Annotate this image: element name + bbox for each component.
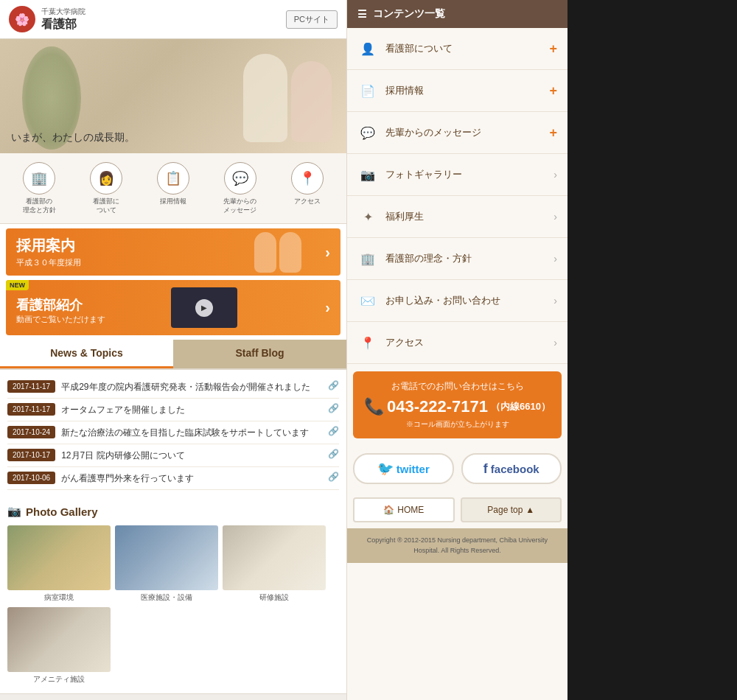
photo-grid: 病室環境 医療施設・設備 研修施設 アメニティ施設	[7, 525, 339, 685]
nav-item-message[interactable]: 💬 先輩からのメッセージ	[206, 162, 273, 214]
message-menu-arrow-icon: +	[549, 125, 557, 141]
copyright: Copyright ® 2012-2015 Nursing department…	[347, 528, 567, 563]
hero-tagline: いまが、わたしの成長期。	[11, 131, 135, 144]
recruitment-banner[interactable]: 採用案内 平成３０年度採用 ›	[6, 228, 340, 276]
photo-label-amenity: アメニティ施設	[33, 674, 85, 685]
twitter-button[interactable]: 🐦 twitter	[353, 453, 454, 484]
philosophy-menu-icon: 🏢	[357, 248, 378, 269]
logo-icon: 🌸	[9, 6, 35, 32]
photo-thumb-amenity	[7, 607, 111, 672]
news-date-4: 2017-10-17	[7, 449, 55, 461]
tab-staff-blog[interactable]: Staff Blog	[173, 340, 346, 368]
video-banner-title: 看護部紹介	[16, 296, 105, 314]
bottom-social: 🐦 ツイート 👍 いいね！10	[0, 693, 346, 700]
phone-ext: （内線6610）	[491, 400, 551, 413]
hero-image: いまが、わたしの成長期。	[0, 39, 346, 153]
contents-header: ☰ コンテンツ一覧	[347, 0, 567, 28]
contact-menu-icon: ✉️	[357, 290, 378, 311]
phone-number: 📞 043-222-7171 （内線6610）	[362, 397, 553, 416]
camera-icon: 📷	[7, 505, 21, 518]
news-item-3[interactable]: 2017-10-24 新たな治療法の確立を目指した臨床試験をサポートしています …	[7, 421, 339, 444]
photo-item-medical[interactable]: 医療施設・設備	[115, 525, 218, 603]
nav-item-philosophy[interactable]: 🏢 看護部の理念と方針	[6, 162, 73, 214]
recruitment-menu-label: 採用情報	[385, 84, 542, 97]
menu-item-photo[interactable]: 📷 フォトギャラリー ›	[347, 154, 567, 196]
philosophy-menu-label: 看護部の理念・方針	[385, 252, 546, 265]
arrow-up-icon: ▲	[525, 505, 534, 515]
phone-icon: 📞	[364, 397, 384, 416]
home-button[interactable]: 🏠 HOME	[353, 497, 455, 522]
phone-title: お電話でのお問い合わせはこちら	[362, 380, 553, 393]
access-icon: 📍	[291, 162, 324, 195]
pc-site-button[interactable]: PCサイト	[286, 10, 338, 29]
nav-icons-bar: 🏢 看護部の理念と方針 👩 看護部について 📋 採用情報 💬 先輩からのメッセー…	[0, 153, 346, 224]
access-menu-arrow-icon: ›	[553, 337, 557, 349]
menu-item-philosophy[interactable]: 🏢 看護部の理念・方針 ›	[347, 238, 567, 280]
news-text-5: がん看護専門外来を行っています	[61, 472, 322, 485]
message-label: 先輩からのメッセージ	[223, 197, 256, 214]
menu-item-contact[interactable]: ✉️ お申し込み・お問い合わせ ›	[347, 280, 567, 322]
news-link-icon-3: 🔗	[328, 426, 339, 436]
banner-arrow-icon: ›	[325, 244, 330, 261]
nav-item-recruitment[interactable]: 📋 採用情報	[140, 162, 207, 214]
access-label: アクセス	[294, 197, 321, 206]
photo-item-research[interactable]: 研修施設	[223, 525, 326, 603]
video-banner-sub: 動画でご覧いただけます	[16, 314, 105, 325]
play-button-icon: ▶	[195, 299, 213, 317]
photo-menu-arrow-icon: ›	[553, 169, 557, 181]
news-link-icon-5: 🔗	[328, 472, 339, 482]
news-link-icon-4: 🔗	[328, 449, 339, 459]
recruitment-label: 採用情報	[160, 197, 186, 206]
photo-label-research: 研修施設	[259, 592, 289, 603]
news-item-2[interactable]: 2017-11-17 オータムフェアを開催しました 🔗	[7, 399, 339, 421]
news-link-icon-1: 🔗	[328, 380, 339, 391]
news-date-1: 2017-11-17	[7, 380, 55, 393]
nav-item-about[interactable]: 👩 看護部について	[73, 162, 140, 214]
about-icon: 👩	[90, 162, 122, 195]
menu-item-message[interactable]: 💬 先輩からのメッセージ +	[347, 112, 567, 154]
recruitment-banner-sub: 平成３０年度採用	[16, 257, 81, 268]
tab-news-topics[interactable]: News & Topics	[0, 340, 173, 368]
message-icon: 💬	[224, 162, 256, 195]
menu-item-welfare[interactable]: ✦ 福利厚生 ›	[347, 196, 567, 238]
recruitment-banner-title: 採用案内	[16, 236, 81, 256]
nav-bottom: 🏠 HOME Page top ▲	[347, 491, 567, 528]
phone-section[interactable]: お電話でのお問い合わせはこちら 📞 043-222-7171 （内線6610） …	[353, 371, 562, 438]
news-item-1[interactable]: 2017-11-17 平成29年度の院内看護研究発表・活動報告会が開催されました…	[7, 376, 339, 399]
page-top-button[interactable]: Page top ▲	[461, 497, 562, 522]
photo-gallery-title: 📷 Photo Gallery	[7, 505, 339, 518]
philosophy-menu-arrow-icon: ›	[553, 253, 557, 265]
facebook-button[interactable]: f facebook	[461, 453, 562, 484]
news-item-5[interactable]: 2017-10-06 がん看護専門外来を行っています 🔗	[7, 467, 339, 490]
menu-item-recruitment[interactable]: 📄 採用情報 +	[347, 70, 567, 112]
header-title-block: 千葉大学病院 看護部	[41, 7, 85, 32]
menu-item-access[interactable]: 📍 アクセス ›	[347, 322, 567, 364]
banner-nurse-1	[254, 232, 276, 273]
recruitment-menu-arrow-icon: +	[549, 83, 557, 99]
news-item-4[interactable]: 2017-10-17 12月7日 院内研修公開について 🔗	[7, 444, 339, 467]
facebook-logo-icon: f	[483, 461, 488, 477]
nurse-figure-1	[243, 54, 287, 142]
video-banner[interactable]: NEW 看護部紹介 動画でご覧いただけます ▶ ›	[6, 280, 340, 335]
about-label: 看護部について	[93, 197, 119, 214]
header-left: 🌸 千葉大学病院 看護部	[9, 6, 85, 32]
news-text-3: 新たな治療法の確立を目指した臨床試験をサポートしています	[61, 426, 322, 439]
photo-item-amenity[interactable]: アメニティ施設	[7, 607, 111, 685]
recruitment-icon: 📋	[157, 162, 189, 195]
right-panel: ☰ コンテンツ一覧 👤 看護部について + 📄 採用情報 + 💬 先輩からのメッ…	[346, 0, 567, 700]
video-thumbnail: ▶	[171, 287, 237, 328]
news-date-3: 2017-10-24	[7, 426, 55, 438]
hospital-name: 千葉大学病院	[41, 7, 85, 17]
philosophy-icon: 🏢	[23, 162, 55, 195]
new-badge: NEW	[6, 280, 29, 290]
menu-item-about[interactable]: 👤 看護部について +	[347, 28, 567, 70]
news-text-2: オータムフェアを開催しました	[61, 403, 322, 416]
contact-menu-arrow-icon: ›	[553, 295, 557, 307]
photo-item-room[interactable]: 病室環境	[7, 525, 111, 603]
nurse-figure-2	[291, 61, 332, 142]
photo-label-medical: 医療施設・設備	[141, 592, 192, 603]
nav-item-access[interactable]: 📍 アクセス	[273, 162, 340, 214]
news-text-1: 平成29年度の院内看護研究発表・活動報告会が開催されました	[61, 380, 322, 393]
video-banner-text: 看護部紹介 動画でご覧いただけます	[16, 290, 105, 325]
phone-note: ※コール画面が立ち上がります	[362, 419, 553, 430]
